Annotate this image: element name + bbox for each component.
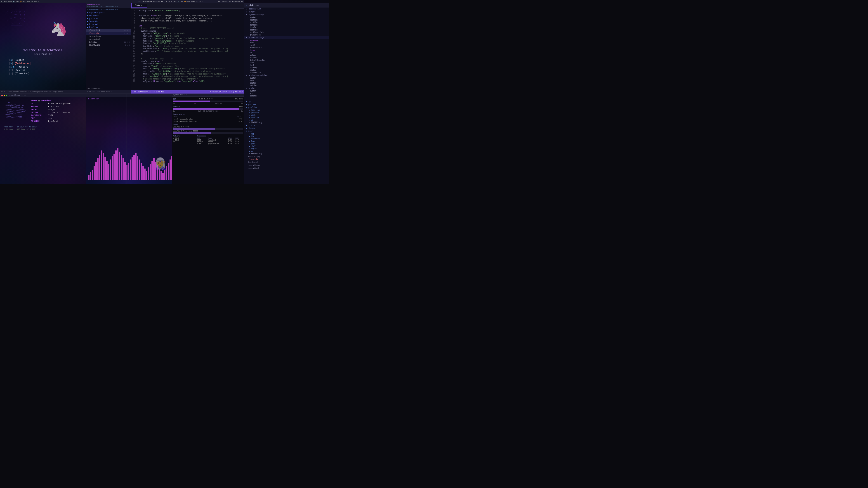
wc-max[interactable] <box>6 95 7 96</box>
ft-hostname[interactable]: hostname <box>244 19 329 21</box>
terminal-disk: 4.0M used, 133G free 8/13 All <box>0 128 127 131</box>
fm-header: emmetSnowfire: ~/home/emmet/.dotfiles/fl… <box>86 3 131 8</box>
sysmon-cpu-like: CPU like <box>235 98 243 100</box>
file-manager-window: emmetSnowfire: ~/home/emmet/.dotfiles/fl… <box>86 3 131 94</box>
ft-np-name[interactable]: name <box>244 79 329 82</box>
ft-dotfilesdir[interactable]: dotfilesDir <box>244 46 329 49</box>
ft-bootmode[interactable]: bootMode <box>244 29 329 31</box>
fm-item-license[interactable]: ·LICENSE34.2 K <box>86 41 131 43</box>
ft-np-system[interactable]: system <box>244 77 329 79</box>
editor-tab-flakenix[interactable]: flake.nix <box>132 4 147 8</box>
ft-app[interactable]: ▶ app <box>244 133 329 135</box>
ft-locale[interactable]: locale <box>244 26 329 29</box>
fm-item-profiles[interactable]: ▶Profiles <box>86 26 131 29</box>
ft-grubdevice[interactable]: grubDevice <box>244 34 329 36</box>
ft-spawneditor[interactable]: spawnEditor <box>244 71 329 74</box>
ft-wmtype[interactable]: wmType <box>244 54 329 57</box>
fm-item-documents[interactable]: ▶documents <box>86 14 131 17</box>
ft-desktopping[interactable]: · desktop.png <box>244 155 329 158</box>
viz-bar <box>97 158 98 180</box>
fm-item-pictures[interactable]: ▶pictures <box>86 17 131 20</box>
ft-font[interactable]: font <box>244 64 329 66</box>
fm-item-tempdir[interactable]: ▶Temp-Dir <box>86 20 131 23</box>
wc-min[interactable] <box>4 95 5 96</box>
ft-installog[interactable]: · install.org <box>244 164 329 167</box>
fm-statusbar: 4.0M sum, 133G free 8/13 All <box>86 90 131 94</box>
code-line-7: 7 let <box>131 25 244 27</box>
ft-email[interactable]: email <box>244 44 329 46</box>
ft-wsl[interactable]: ▶ wsl <box>244 119 329 121</box>
ft-theme[interactable]: theme <box>244 49 329 52</box>
ft-pkgs-user[interactable]: ▶ pkgs <box>244 142 329 145</box>
ft-browser[interactable]: browser <box>244 57 329 59</box>
qb-menu-history[interactable]: [S h] [History] <box>9 65 77 68</box>
ft-readme-user[interactable]: · README.org <box>244 153 329 155</box>
ft-np-patches[interactable]: patches <box>244 84 329 87</box>
ft-outputs[interactable]: ▷outputs <box>244 10 329 13</box>
ft-work[interactable]: ▶ work <box>244 114 329 116</box>
fm-item-installog[interactable]: ·install.org <box>86 35 131 38</box>
ft-pkgs-system[interactable]: system <box>244 90 329 92</box>
proc-row-3: 5186 pipewire-pu 0.1% 0.3% <box>197 143 243 144</box>
ft-timezone[interactable]: timezone <box>244 24 329 26</box>
nf-uptime: UPTIME: 21 hours 7 minutes <box>31 111 72 113</box>
qb-menu-newtab[interactable]: [t] [New tab] <box>9 68 77 72</box>
terminal-header: emmet@snowfire:~ <box>0 94 127 97</box>
sysmon-cpu: CPU 1.53 1.14 0.78 CPU like 0s 11 AVG: 1… <box>173 98 243 104</box>
ft-pkgs-src[interactable]: src <box>244 92 329 95</box>
qb-content: Welcome to Qutebrowser Tech Profile [o] … <box>0 48 86 75</box>
fm-item-rapidash[interactable]: ▶rapidash-galar <box>86 11 131 14</box>
ft-hardware[interactable]: ▶ hardware <box>244 138 329 140</box>
ft-user-folder[interactable]: ▼ user <box>244 130 329 133</box>
ft-defaultroamdir[interactable]: defaultRoamDir <box>244 59 329 61</box>
qb-menu-search[interactable]: [o] [Search] <box>9 58 77 62</box>
ft-bin[interactable]: ▶ bin <box>244 135 329 138</box>
viz-bar <box>108 164 110 180</box>
ft-nixpkgs-patched[interactable]: ▼► nixpkgs-patched <box>244 74 329 77</box>
ft-lang[interactable]: ▶ lang <box>244 140 329 142</box>
ft-readme-profiles[interactable]: · README.org <box>244 121 329 124</box>
code-line-12: 12 profile = "personal"; # select a prof… <box>131 37 244 40</box>
ft-git[interactable]: ▶ .git <box>244 100 329 103</box>
ft-patches-folder[interactable]: ▶ patches <box>244 103 329 106</box>
qb-menu-quickmarks[interactable]: [b] [Quickmarks] <box>9 62 77 65</box>
ft-profiles-folder[interactable]: ▼ profiles <box>244 106 329 109</box>
ft-installsh[interactable]: · install.sh <box>244 167 329 170</box>
ft-profile[interactable]: profile <box>244 21 329 24</box>
divider-v4 <box>172 94 172 184</box>
qb-menu-closetab[interactable]: [x] [Close tab] <box>9 72 77 75</box>
ft-description[interactable]: ▷description <box>244 7 329 10</box>
ft-systemsettings[interactable]: ▼systemSettings <box>244 13 329 16</box>
sysmon-body: CPU 1.53 1.14 0.78 CPU like 0s 11 AVG: 1… <box>172 97 244 146</box>
ft-themes-folder[interactable]: ▶ themes <box>244 127 329 130</box>
ft-system-folder[interactable]: ▶ system <box>244 124 329 127</box>
ft-flakenix-tree[interactable]: · flake.nix <box>244 158 329 161</box>
ft-shell[interactable]: ▶ shell <box>244 145 329 148</box>
ft-wm[interactable]: wm <box>244 52 329 54</box>
fm-item-flakelock[interactable]: ·flake.lock27.5 K <box>86 29 131 32</box>
ft-term[interactable]: term <box>244 61 329 64</box>
ft-wm-folder[interactable]: ▶ wm <box>244 150 329 153</box>
ft-homelab[interactable]: ▶ home lab <box>244 109 329 111</box>
ft-usersettings[interactable]: ▼► userSettings <box>244 36 329 39</box>
ft-np-editor[interactable]: editor <box>244 82 329 84</box>
ft-pkgs[interactable]: ▼► pkgs <box>244 87 329 90</box>
ft-fontpkg[interactable]: fontPkg <box>244 66 329 69</box>
viz-bar <box>168 163 169 180</box>
ft-username[interactable]: username <box>244 39 329 41</box>
fm-item-flakenix[interactable]: ·flake.nix2.26 K <box>86 32 131 35</box>
ft-style[interactable]: ▶ style <box>244 148 329 150</box>
ft-bootmountpath[interactable]: bootMountPath <box>244 31 329 34</box>
ft-personal[interactable]: ▶ personal <box>244 111 329 114</box>
ft-hardensh[interactable]: · harden.sh <box>244 161 329 164</box>
fm-item-installsh[interactable]: ·install.sh <box>86 38 131 41</box>
ft-system[interactable]: system <box>244 16 329 19</box>
ft-name[interactable]: name <box>244 41 329 44</box>
ft-worklab[interactable]: ▶ worklab <box>244 116 329 119</box>
viz-bar <box>106 161 107 180</box>
ft-editor[interactable]: editor <box>244 69 329 71</box>
wc-close[interactable] <box>1 95 3 96</box>
fm-item-readme[interactable]: ·README.org6.1 K <box>86 43 131 46</box>
fm-item-external[interactable]: ▶External <box>86 23 131 26</box>
ft-pkgs-patches[interactable]: patches <box>244 95 329 97</box>
